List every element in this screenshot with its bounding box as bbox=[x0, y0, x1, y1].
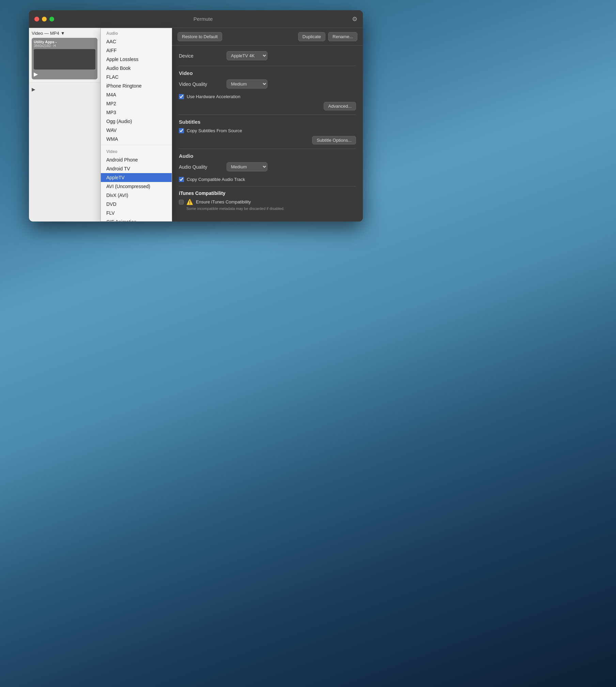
itunes-note: Some incompatible metadata may be discar… bbox=[179, 207, 356, 211]
menu-item-dvd[interactable]: DVD bbox=[101, 200, 172, 209]
audio-section-header: Audio bbox=[101, 28, 172, 37]
divider-4 bbox=[179, 186, 356, 186]
audio-quality-label: Audio Quality bbox=[179, 164, 227, 170]
device-label: Device bbox=[179, 53, 227, 59]
audio-video-divider bbox=[101, 145, 172, 145]
menu-item-aac[interactable]: AAC bbox=[101, 37, 172, 46]
menu-item-iphone-ringtone[interactable]: iPhone Ringtone bbox=[101, 81, 172, 90]
menu-item-avi-uncompressed[interactable]: AVI (Uncompressed) bbox=[101, 182, 172, 191]
menu-item-flv[interactable]: FLV bbox=[101, 209, 172, 217]
copy-subtitles-row: Copy Subtitles From Source bbox=[179, 128, 356, 133]
video-quality-row: Video Quality Medium bbox=[179, 79, 356, 89]
file-meta: 3840x2160 · H bbox=[34, 44, 95, 48]
menu-item-ogg-audio[interactable]: Ogg (Audio) bbox=[101, 117, 172, 126]
menu-item-appletv[interactable]: AppleTV bbox=[101, 173, 172, 182]
file-info: Utility Apps - 3840x2160 · H ▶ bbox=[32, 38, 97, 79]
format-selector[interactable]: Video — MP4 ▼ bbox=[32, 31, 97, 36]
copy-audio-row: Copy Compatible Audio Track bbox=[179, 177, 356, 182]
ensure-itunes-checkbox[interactable] bbox=[179, 200, 184, 204]
hardware-acceleration-checkbox[interactable] bbox=[179, 94, 184, 99]
menu-item-mp2[interactable]: MP2 bbox=[101, 99, 172, 108]
settings-toolbar: Restore to Default Duplicate Rename... bbox=[172, 28, 363, 46]
menu-item-android-tv[interactable]: Android TV bbox=[101, 164, 172, 173]
video-section-title: Video bbox=[179, 70, 356, 76]
menu-item-apple-lossless[interactable]: Apple Lossless bbox=[101, 55, 172, 64]
titlebar: Permute ⚙ bbox=[29, 10, 363, 28]
format-dropdown-menu[interactable]: Audio AAC AIFF Apple Lossless Audio Book… bbox=[101, 28, 172, 222]
file-title: Utility Apps - bbox=[34, 40, 95, 44]
itunes-section-title: iTunes Compatibility bbox=[179, 190, 356, 196]
audio-quality-row: Audio Quality Medium bbox=[179, 162, 356, 171]
maximize-button[interactable] bbox=[49, 17, 54, 21]
menu-item-flac[interactable]: FLAC bbox=[101, 73, 172, 81]
copy-subtitles-checkbox[interactable] bbox=[179, 128, 184, 133]
menu-item-aiff[interactable]: AIFF bbox=[101, 46, 172, 55]
ensure-itunes-row: ⚠️ Ensure iTunes Compatibility bbox=[179, 199, 356, 205]
settings-content: Device AppleTV 4K Video Video Quality Me… bbox=[172, 46, 363, 216]
format-value: MP4 bbox=[50, 31, 59, 36]
itunes-section: iTunes Compatibility ⚠️ Ensure iTunes Co… bbox=[179, 190, 356, 211]
divider-2 bbox=[179, 114, 356, 115]
hardware-acceleration-row: Use Hardware Acceleration bbox=[179, 94, 356, 99]
menu-item-m4a[interactable]: M4A bbox=[101, 90, 172, 99]
window-body: Video — MP4 ▼ Utility Apps - 3840x2160 ·… bbox=[29, 28, 363, 222]
settings-panel: Restore to Default Duplicate Rename... D… bbox=[172, 28, 363, 222]
hardware-acceleration-label: Use Hardware Acceleration bbox=[187, 94, 241, 99]
menu-item-mp3[interactable]: MP3 bbox=[101, 108, 172, 117]
menu-item-android-phone[interactable]: Android Phone bbox=[101, 155, 172, 164]
divider-3 bbox=[179, 149, 356, 149]
audio-section-title: Audio bbox=[179, 153, 356, 159]
copy-subtitles-label: Copy Subtitles From Source bbox=[187, 128, 242, 133]
device-select[interactable]: AppleTV 4K bbox=[227, 51, 267, 60]
menu-item-divx[interactable]: DivX (AVI) bbox=[101, 191, 172, 200]
play-button-2[interactable]: ▶ bbox=[32, 87, 97, 92]
ensure-itunes-label: Ensure iTunes Compatibility bbox=[196, 199, 251, 204]
gear-icon[interactable]: ⚙ bbox=[352, 15, 357, 23]
warning-icon: ⚠️ bbox=[186, 199, 193, 205]
divider-1 bbox=[179, 66, 356, 66]
subtitle-options-button[interactable]: Subtitle Options... bbox=[312, 136, 356, 144]
file-thumbnail bbox=[34, 49, 95, 70]
chevron-icon: ▼ bbox=[61, 31, 65, 36]
audio-quality-select[interactable]: Medium bbox=[227, 162, 267, 171]
app-window: Permute ⚙ Video — MP4 ▼ Utility Apps - 3… bbox=[29, 10, 363, 222]
format-separator: — bbox=[44, 31, 49, 36]
restore-default-button[interactable]: Restore to Default bbox=[178, 32, 222, 41]
advanced-button[interactable]: Advanced... bbox=[324, 102, 356, 110]
close-button[interactable] bbox=[34, 17, 39, 21]
minimize-button[interactable] bbox=[42, 17, 47, 21]
menu-item-gif-animation[interactable]: GIF Animation bbox=[101, 217, 172, 222]
menu-item-wma[interactable]: WMA bbox=[101, 135, 172, 143]
left-top: Video — MP4 ▼ Utility Apps - 3840x2160 ·… bbox=[29, 28, 100, 82]
copy-audio-label: Copy Compatible Audio Track bbox=[187, 177, 245, 182]
window-title: Permute bbox=[54, 16, 352, 22]
rename-button[interactable]: Rename... bbox=[328, 32, 357, 41]
video-section-header: Video bbox=[101, 147, 172, 155]
menu-item-wav[interactable]: WAV bbox=[101, 126, 172, 135]
subtitles-section-title: Subtitles bbox=[179, 119, 356, 125]
left-panel: Video — MP4 ▼ Utility Apps - 3840x2160 ·… bbox=[29, 28, 101, 222]
copy-audio-checkbox[interactable] bbox=[179, 177, 184, 182]
play-button[interactable]: ▶ bbox=[34, 71, 95, 77]
duplicate-button[interactable]: Duplicate bbox=[298, 32, 325, 41]
menu-item-audio-book[interactable]: Audio Book bbox=[101, 64, 172, 73]
video-quality-select[interactable]: Medium bbox=[227, 79, 267, 89]
traffic-lights bbox=[34, 17, 54, 21]
format-label: Video bbox=[32, 31, 43, 36]
video-quality-label: Video Quality bbox=[179, 81, 227, 87]
device-row: Device AppleTV 4K bbox=[179, 51, 356, 60]
